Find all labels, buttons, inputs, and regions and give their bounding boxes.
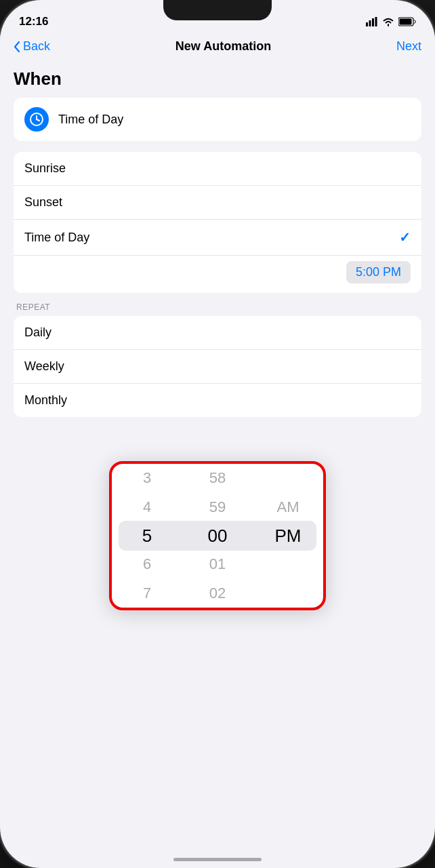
repeat-list: Daily Weekly Monthly bbox=[14, 316, 421, 417]
picker-inner: 3 4 5 6 7 58 59 00 01 02 AM bbox=[112, 464, 323, 608]
option-timeofday-label: Time of Day bbox=[24, 231, 89, 245]
picker-ampm-column[interactable]: AM PM bbox=[253, 464, 323, 608]
picker-hours-column[interactable]: 3 4 5 6 7 bbox=[112, 464, 182, 608]
status-icons bbox=[366, 17, 416, 26]
clock-icon bbox=[24, 107, 49, 132]
option-sunset-label: Sunset bbox=[24, 195, 62, 210]
svg-rect-5 bbox=[400, 19, 412, 25]
picker-min-58: 58 bbox=[182, 464, 253, 492]
home-indicator bbox=[173, 858, 262, 861]
checkmark-icon: ✓ bbox=[399, 229, 411, 245]
repeat-section: REPEAT Daily Weekly Monthly bbox=[14, 302, 421, 417]
signal-icon bbox=[366, 17, 378, 26]
repeat-section-label: REPEAT bbox=[14, 302, 421, 312]
time-picker-row: 5:00 PM bbox=[14, 256, 421, 293]
repeat-daily-label: Daily bbox=[24, 326, 51, 340]
time-picker-overlay[interactable]: 3 4 5 6 7 58 59 00 01 02 AM bbox=[109, 461, 326, 610]
picker-hour-3: 3 bbox=[112, 464, 182, 492]
svg-rect-1 bbox=[369, 20, 371, 26]
when-section-title: When bbox=[14, 68, 421, 90]
phone-screen: 12:16 bbox=[0, 0, 435, 868]
svg-rect-3 bbox=[375, 17, 377, 26]
repeat-daily[interactable]: Daily bbox=[14, 316, 421, 350]
nav-bar: Back New Automation Next bbox=[0, 34, 435, 62]
picker-ampm-spacer2 bbox=[253, 550, 323, 578]
back-label: Back bbox=[23, 39, 50, 54]
picker-ampm-spacer3 bbox=[253, 579, 323, 608]
options-list: Sunrise Sunset Time of Day ✓ 5:00 PM bbox=[14, 152, 421, 293]
svg-rect-0 bbox=[366, 22, 368, 26]
picker-hour-6: 6 bbox=[112, 550, 182, 578]
phone-frame: 12:16 bbox=[0, 0, 435, 868]
repeat-weekly[interactable]: Weekly bbox=[14, 350, 421, 384]
battery-icon bbox=[398, 17, 416, 26]
wifi-icon bbox=[382, 17, 394, 26]
repeat-monthly[interactable]: Monthly bbox=[14, 384, 421, 417]
option-sunrise[interactable]: Sunrise bbox=[14, 152, 421, 186]
picker-min-59: 59 bbox=[182, 492, 253, 521]
content: When Time of Day Sunrise Suns bbox=[0, 62, 435, 417]
chevron-left-icon bbox=[14, 41, 20, 53]
picker-minutes-column[interactable]: 58 59 00 01 02 bbox=[182, 464, 253, 608]
repeat-monthly-label: Monthly bbox=[24, 393, 67, 408]
back-button[interactable]: Back bbox=[14, 39, 50, 54]
svg-rect-2 bbox=[372, 18, 374, 26]
picker-hour-7: 7 bbox=[112, 579, 182, 608]
next-button[interactable]: Next bbox=[396, 39, 421, 54]
time-of-day-card[interactable]: Time of Day bbox=[14, 98, 421, 141]
picker-hour-4: 4 bbox=[112, 492, 182, 521]
time-card-label: Time of Day bbox=[58, 113, 123, 127]
option-sunset[interactable]: Sunset bbox=[14, 186, 421, 220]
picker-min-01: 01 bbox=[182, 550, 253, 578]
option-sunrise-label: Sunrise bbox=[24, 161, 66, 176]
picker-hour-5: 5 bbox=[112, 521, 182, 550]
svg-line-8 bbox=[37, 119, 39, 121]
notch bbox=[163, 0, 272, 20]
picker-min-02: 02 bbox=[182, 579, 253, 608]
picker-ampm-spacer1 bbox=[253, 464, 323, 492]
nav-title: New Automation bbox=[175, 39, 271, 54]
picker-am: AM bbox=[253, 492, 323, 521]
time-badge[interactable]: 5:00 PM bbox=[346, 261, 411, 283]
repeat-weekly-label: Weekly bbox=[24, 359, 64, 374]
picker-pm: PM bbox=[253, 521, 323, 550]
picker-min-00: 00 bbox=[182, 521, 253, 550]
option-timeofday[interactable]: Time of Day ✓ bbox=[14, 220, 421, 256]
status-time: 12:16 bbox=[19, 15, 48, 28]
